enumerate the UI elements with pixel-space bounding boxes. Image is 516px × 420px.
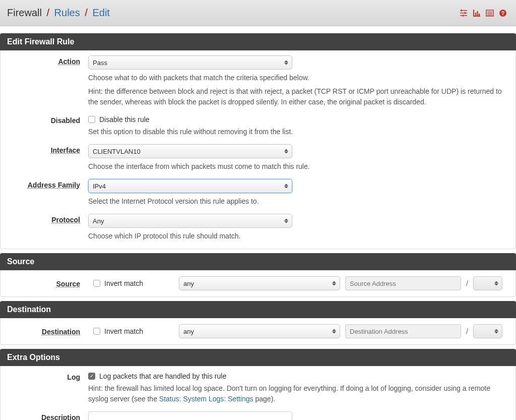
panel-edit: Action Pass Choose what to do with packe… [0,50,516,249]
row-action: Action Pass Choose what to do with packe… [1,50,515,109]
slash-destination: / [466,327,468,335]
chevron-updown-icon [284,219,289,223]
row-source: Source Invert match any / [1,270,515,296]
svg-rect-6 [473,10,474,17]
select-action-value: Pass [93,59,107,67]
select-interface-value: CLIENTVLAN10 [93,148,141,155]
row-description: Description A description may be entered… [1,406,515,420]
chevron-updown-icon [284,184,289,189]
svg-rect-8 [475,13,476,16]
select-protocol-value: Any [93,217,104,225]
checkbox-log-label: Log packets that are handled by this rul… [99,372,226,380]
breadcrumb-rules[interactable]: Rules [54,7,80,18]
section-header-source: Source [0,253,516,270]
checkbox-log[interactable] [88,373,95,380]
help-action-2: Hint: the difference between block and r… [88,86,508,107]
svg-rect-2 [460,15,467,16]
checkbox-source-invert[interactable] [93,280,100,287]
chevron-updown-icon [284,149,289,154]
svg-rect-3 [461,9,462,12]
svg-rect-1 [460,13,467,14]
svg-rect-7 [473,16,480,17]
chevron-updown-icon [332,329,337,334]
svg-rect-4 [465,12,466,14]
help-interface: Choose the interface from which packets … [88,161,508,172]
checkbox-disabled[interactable] [88,116,95,123]
checkbox-destination-invert[interactable] [93,328,100,335]
label-source-invert: Invert match [104,279,143,287]
panel-source: Source Invert match any / [0,270,516,297]
select-destination-type[interactable]: any [179,324,340,338]
section-header-destination: Destination [0,301,516,318]
chart-icon[interactable] [473,9,481,17]
label-destination-invert: Invert match [104,327,143,335]
section-header-extra: Extra Options [0,349,516,366]
label-address-family: Address Family [8,179,88,189]
svg-rect-9 [477,11,478,16]
select-source-mask[interactable] [473,276,502,290]
label-action: Action [8,55,88,66]
select-destination-type-value: any [183,328,194,335]
link-syslog-settings[interactable]: Status: System Logs: Settings [159,395,253,403]
select-interface[interactable]: CLIENTVLAN10 [88,144,292,158]
chevron-updown-icon [284,61,289,65]
breadcrumb-current: Edit [92,7,109,18]
select-destination-mask[interactable] [473,324,502,338]
row-interface: Interface CLIENTVLAN10 Choose the interf… [1,139,515,174]
help-protocol: Choose which IP protocol this rule shoul… [88,231,508,242]
help-action-1: Choose what to do with packets that matc… [88,73,508,83]
chevron-updown-icon [494,281,499,286]
label-disabled: Disabled [8,114,88,125]
input-destination-address[interactable] [345,324,461,338]
label-log: Log [8,371,88,381]
help-disabled: Set this option to disable this rule wit… [88,127,508,137]
help-log: Hint: the firewall has limited local log… [88,383,508,404]
breadcrumb-sep: / [46,7,49,18]
help-log-pre: Hint: the firewall has limited local log… [88,384,490,403]
chevron-updown-icon [332,281,337,286]
checkbox-disabled-label: Disable this rule [99,115,150,124]
svg-rect-5 [463,14,464,17]
header-icon-bar: ? [460,9,507,17]
label-destination: Destination [8,327,88,336]
breadcrumb: Firewall / Rules / Edit [7,7,110,19]
svg-rect-14 [487,15,492,15]
svg-text:?: ? [501,11,504,16]
label-description: Description [8,411,88,420]
sliders-icon[interactable] [460,9,468,17]
slash-source: / [466,279,468,287]
select-protocol[interactable]: Any [88,214,292,228]
input-description[interactable] [88,411,292,420]
row-address-family: Address Family IPv4 Select the Internet … [1,174,515,209]
breadcrumb-root[interactable]: Firewall [7,7,42,18]
section-header-edit: Edit Firewall Rule [0,33,516,50]
row-disabled: Disabled Disable this rule Set this opti… [1,109,515,139]
label-protocol: Protocol [8,214,88,224]
select-source-type-value: any [183,280,194,287]
help-icon[interactable]: ? [499,9,507,17]
select-address-family[interactable]: IPv4 [88,179,292,193]
panel-destination: Destination Invert match any / [0,318,516,345]
help-address-family: Select the Internet Protocol version thi… [88,196,508,207]
select-action[interactable]: Pass [88,55,292,70]
list-icon[interactable] [486,9,494,17]
select-address-family-value: IPv4 [93,183,106,190]
row-protocol: Protocol Any Choose which IP protocol th… [1,209,515,249]
svg-rect-10 [479,14,480,16]
input-source-address[interactable] [345,276,461,290]
svg-rect-12 [487,12,492,12]
label-source: Source [8,279,88,288]
breadcrumb-sep: / [85,7,88,18]
page-header: Firewall / Rules / Edit ? [0,0,516,26]
select-source-type[interactable]: any [179,276,340,290]
chevron-updown-icon [494,329,499,334]
row-destination: Destination Invert match any / [1,318,515,344]
svg-rect-13 [487,13,492,14]
panel-extra: Log Log packets that are handled by this… [0,366,516,420]
help-log-post: page). [253,395,276,403]
row-log: Log Log packets that are handled by this… [1,366,515,406]
label-interface: Interface [8,144,88,154]
